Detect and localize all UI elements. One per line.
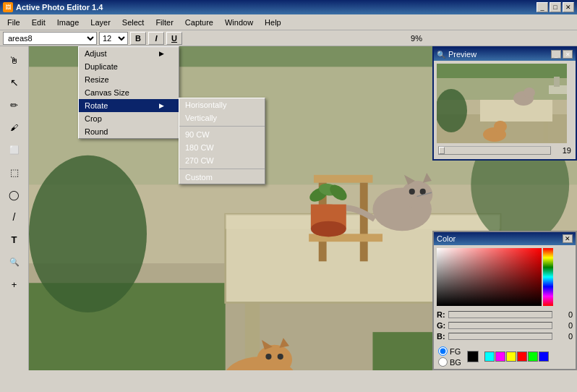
menu-file[interactable]: File (1, 14, 26, 30)
window-controls: _ □ ✕ (537, 2, 574, 12)
color-bg-radio[interactable]: BG (438, 357, 461, 367)
color-gradient[interactable] (437, 248, 542, 306)
tool-pencil[interactable]: ✏ (4, 95, 25, 115)
menu-layer[interactable]: Layer (85, 14, 116, 30)
color-g-label: G: (437, 321, 445, 330)
bg-radio-input[interactable] (438, 357, 448, 367)
submenu-horisontally[interactable]: Horisontally (179, 98, 265, 111)
svg-point-52 (437, 89, 467, 132)
color-g-slider[interactable] (448, 322, 552, 329)
menu-item-duplicate[interactable]: Duplicate (79, 60, 179, 73)
color-r-slider[interactable] (448, 311, 552, 318)
svg-point-28 (265, 354, 271, 359)
menu-edit[interactable]: Edit (26, 14, 51, 30)
tool-text[interactable]: T (4, 229, 25, 250)
tool-paint[interactable]: 🖌 (4, 117, 25, 137)
menu-help[interactable]: Help (259, 14, 287, 30)
menu-capture[interactable]: Capture (179, 14, 219, 30)
svg-point-16 (420, 189, 426, 195)
close-button[interactable]: ✕ (563, 2, 574, 12)
tool-zoom[interactable]: 🔍 (4, 252, 25, 272)
italic-button[interactable]: I (148, 32, 164, 45)
fg-label: FG (450, 347, 461, 356)
preview-content: 19 (434, 61, 576, 159)
preview-slider-value: 19 (554, 146, 571, 155)
color-b-slider[interactable] (448, 333, 552, 340)
color-title-bar: Color ✕ (434, 232, 576, 245)
menu-select[interactable]: Select (116, 14, 150, 30)
font-size-select[interactable]: 12 (99, 32, 128, 45)
tool-select-rect[interactable]: ⬚ (4, 162, 25, 182)
svg-rect-45 (544, 122, 548, 142)
color-b-label: B: (437, 332, 445, 341)
menu-window[interactable]: Window (219, 14, 259, 30)
color-palette (484, 351, 550, 362)
font-select[interactable]: areas8 (3, 32, 97, 45)
format-bar: areas8 12 B I U 9% (0, 30, 577, 46)
bold-button[interactable]: B (130, 32, 146, 45)
color-radio-group: FG BG (438, 346, 461, 367)
menu-item-crop[interactable]: Crop (79, 112, 179, 125)
swatch-magenta[interactable] (495, 351, 505, 362)
tool-arrow[interactable]: ↖ (4, 72, 25, 93)
menu-item-rotate[interactable]: Rotate ▶ Horisontally Vertically 90 CW 1… (79, 99, 179, 112)
menu-item-round[interactable]: Round (79, 125, 179, 138)
app-title: Active Photo Editor 1.4 (16, 3, 103, 12)
preview-slider-thumb[interactable] (439, 147, 445, 154)
color-window: Color ✕ R: 0 G: 0 B: (432, 231, 577, 370)
color-fg-bg-area: FG BG (434, 344, 576, 369)
submenu-sep-2 (179, 169, 265, 169)
menu-item-adjust[interactable]: Adjust ▶ (79, 47, 179, 60)
swatch-blue[interactable] (539, 351, 549, 362)
preview-title-bar: 🔍 Preview _ ✕ (434, 48, 576, 61)
svg-rect-51 (554, 77, 560, 87)
preview-title: 🔍 Preview (437, 50, 476, 59)
preview-close-btn[interactable]: ✕ (563, 50, 573, 59)
preview-image (437, 64, 567, 143)
canvas-area: Adjust ▶ Duplicate Resize Canvas Size Ro… (29, 46, 577, 370)
color-r-value: 0 (555, 310, 573, 319)
tool-eyedropper[interactable]: 🖱 (4, 50, 25, 70)
color-spectrum[interactable] (543, 248, 553, 306)
color-sliders: R: 0 G: 0 B: 0 (434, 309, 576, 344)
menu-item-canvas-size[interactable]: Canvas Size (79, 86, 179, 99)
app-icon: 🖼 (3, 2, 13, 12)
submenu-270cw[interactable]: 270 CW (179, 154, 265, 167)
swatch-cyan[interactable] (484, 351, 495, 362)
title-bar: 🖼 Active Photo Editor 1.4 _ □ ✕ (0, 0, 577, 14)
submenu-vertically[interactable]: Vertically (179, 111, 265, 124)
svg-rect-9 (314, 175, 373, 183)
menu-image[interactable]: Image (51, 14, 85, 30)
color-slider-b-row: B: 0 (437, 332, 573, 341)
swatch-yellow[interactable] (506, 351, 516, 362)
preview-scene (437, 64, 567, 143)
color-g-value: 0 (555, 321, 573, 330)
preview-minimize-btn[interactable]: _ (551, 50, 561, 59)
svg-point-47 (523, 88, 535, 98)
color-close-btn[interactable]: ✕ (563, 234, 573, 243)
tool-eraser[interactable]: ⬜ (4, 140, 25, 160)
fg-radio-input[interactable] (438, 346, 448, 356)
minimize-button[interactable]: _ (537, 2, 548, 12)
tool-line[interactable]: / (4, 207, 25, 227)
tool-select-ellipse[interactable]: ◯ (4, 184, 25, 205)
svg-point-14 (401, 181, 432, 208)
menu-item-resize[interactable]: Resize (79, 73, 179, 86)
submenu-custom[interactable]: Custom (179, 171, 265, 184)
preview-window-controls: _ ✕ (551, 50, 573, 59)
svg-point-36 (29, 155, 147, 312)
submenu-90cw[interactable]: 90 CW (179, 128, 265, 141)
swatch-green[interactable] (528, 351, 538, 362)
color-fg-swatch[interactable] (467, 351, 479, 362)
preview-slider[interactable] (438, 146, 551, 155)
color-fg-radio[interactable]: FG (438, 346, 461, 356)
preview-window: 🔍 Preview _ ✕ (432, 46, 577, 161)
menu-filter[interactable]: Filter (150, 14, 179, 30)
svg-point-15 (409, 189, 415, 195)
maximize-button[interactable]: □ (550, 2, 561, 12)
tool-magnify[interactable]: + (4, 274, 25, 294)
swatch-red[interactable] (517, 351, 527, 362)
submenu-180cw[interactable]: 180 CW (179, 141, 265, 154)
underline-button[interactable]: U (166, 32, 182, 45)
toolbox: 🖱 ↖ ✏ 🖌 ⬜ ⬚ ◯ / T 🔍 + (0, 46, 29, 370)
